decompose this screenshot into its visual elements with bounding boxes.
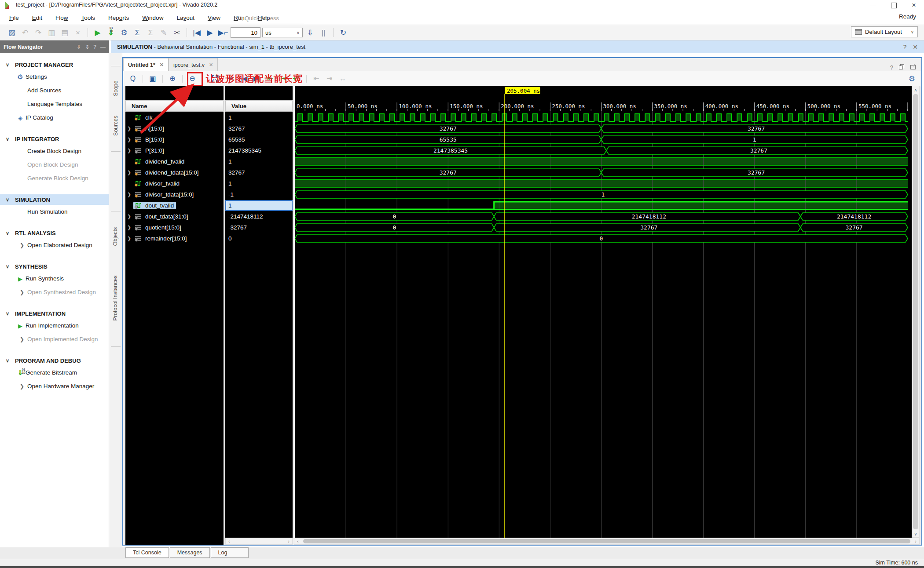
flow-item-settings[interactable]: ⚙Settings (0, 70, 109, 84)
restart-sim-icon[interactable]: |◀ (191, 27, 202, 38)
collapse-all-icon[interactable]: ⇳ (77, 44, 81, 50)
flow-item-add-sources[interactable]: Add Sources (0, 84, 109, 97)
span-markers-icon[interactable]: ↔ (337, 73, 348, 84)
chevron-right-icon[interactable]: ❯ (17, 336, 27, 342)
name-column-header[interactable]: Name (125, 100, 224, 112)
expand-signal-icon[interactable]: ❯ (125, 126, 133, 131)
signal-value-row[interactable]: 0 (225, 233, 293, 244)
menu-item-window[interactable]: Window (136, 15, 170, 21)
expand-signal-icon[interactable]: ❯ (125, 148, 133, 153)
flow-item-ip-catalog[interactable]: ◈IP Catalog (0, 111, 109, 124)
signal-value-row[interactable]: 2147385345 (225, 145, 293, 156)
menu-item-tools[interactable]: Tools (75, 15, 102, 21)
signal-name-row[interactable]: ❯divisor_tdata[15:0] (125, 189, 224, 200)
bottom-tab-tcl-console[interactable]: Tcl Console (125, 547, 169, 558)
signal-value-row[interactable]: -2147418112 (225, 211, 293, 222)
flow-item-language-templates[interactable]: Language Templates (0, 97, 109, 111)
menu-item-layout[interactable]: Layout (170, 15, 201, 21)
wave-tab-untitled-1-[interactable]: Untitled 1*✕ (123, 58, 169, 71)
help-icon[interactable]: ? (93, 44, 96, 50)
close-tab-icon[interactable]: ✕ (160, 62, 164, 68)
chevron-expanded-icon[interactable]: ∨ (0, 62, 15, 68)
close-button[interactable]: × (904, 0, 924, 11)
scroll-left-icon[interactable]: ‹ (226, 538, 233, 544)
signal-name-row[interactable]: ❯quotient[15:0] (125, 222, 224, 233)
flow-item-run-synthesis[interactable]: ▶Run Synthesis (0, 272, 109, 285)
find-icon[interactable]: Q (128, 73, 138, 84)
chevron-right-icon[interactable]: ❯ (17, 289, 27, 295)
side-tab-objects[interactable]: Objects (109, 218, 122, 255)
menu-item-view[interactable]: View (201, 15, 227, 21)
chevron-right-icon[interactable]: ❯ (17, 383, 27, 390)
signal-name-row[interactable]: divisor_tvalid (125, 178, 224, 189)
flow-item-open-hardware-manager[interactable]: ❯Open Hardware Manager (0, 379, 109, 393)
signal-value-row[interactable]: 1 (225, 112, 293, 123)
bottom-tab-log[interactable]: Log (211, 547, 249, 558)
run-for-time-icon[interactable]: ▶⌐ (217, 27, 229, 38)
waveform-view[interactable]: 32767-327676553512147385345-3276732767-3… (295, 86, 912, 538)
flow-item-run-implementation[interactable]: ▶Run Implementation (0, 319, 109, 332)
signal-value-row[interactable]: 65535 (225, 134, 293, 145)
signal-name-row[interactable]: dividend_tvalid (125, 156, 224, 167)
signal-value-row[interactable]: 1 (225, 178, 293, 189)
flow-section-rtl-analysis[interactable]: ∨RTL ANALYSIS (0, 228, 109, 238)
signal-value-row[interactable]: -1 (225, 189, 293, 200)
signal-value-row[interactable]: -32767 (225, 222, 293, 233)
wave-settings-gear-icon[interactable]: ⚙ (909, 74, 915, 84)
generate-bitstream-toolbar-icon[interactable]: ⇓0110 (105, 27, 117, 38)
copy-icon[interactable]: ▥ (46, 27, 57, 38)
vertical-scroll-thumb[interactable] (913, 94, 918, 529)
report-sum-icon[interactable]: Σ (132, 27, 143, 38)
chevron-expanded-icon[interactable]: ∨ (0, 230, 15, 236)
float-panel-icon[interactable] (898, 64, 905, 71)
waveform-svg[interactable]: 32767-327676553512147385345-3276732767-3… (295, 86, 912, 538)
flow-section-ip-integrator[interactable]: ∨IP INTEGRATOR (0, 134, 109, 144)
signal-name-row[interactable]: ❯P[31:0] (125, 145, 224, 156)
scroll-up-icon[interactable]: ∧ (912, 86, 919, 93)
pause-icon[interactable]: || (318, 27, 329, 38)
signal-name-row[interactable]: ❯B[15:0] (125, 134, 224, 145)
expand-signal-icon[interactable]: ❯ (125, 192, 133, 197)
run-simulation-icon[interactable]: ▶ (92, 27, 103, 38)
scroll-right-icon[interactable]: › (912, 538, 919, 544)
step-icon[interactable]: ⇩ (304, 27, 316, 38)
flow-section-simulation[interactable]: ∨SIMULATION (0, 194, 109, 205)
previous-marker-icon[interactable]: ⇤ (311, 73, 322, 84)
scroll-right-icon[interactable]: › (285, 538, 292, 544)
chevron-expanded-icon[interactable]: ∨ (0, 197, 15, 203)
relaunch-icon[interactable]: ↻ (337, 27, 349, 38)
side-tab-sources[interactable]: Sources (109, 106, 122, 146)
zoom-in-icon[interactable]: ⊕ (167, 73, 178, 84)
undo-icon[interactable]: ↶ (19, 27, 31, 38)
menu-item-file[interactable]: File (3, 15, 26, 21)
flow-section-project-manager[interactable]: ∨PROJECT MANAGER (0, 59, 109, 70)
maximize-button[interactable] (884, 0, 904, 11)
run-time-input[interactable] (231, 27, 260, 38)
flow-section-implementation[interactable]: ∨IMPLEMENTATION (0, 308, 109, 319)
edit-disabled-icon[interactable]: ✎ (158, 27, 169, 38)
wave-horizontal-scrollbar[interactable]: ‹ › (294, 538, 920, 545)
signal-name-row[interactable]: dout_tvalid (125, 200, 224, 211)
quick-access-search[interactable]: Quick Access (238, 13, 304, 23)
expand-all-icon[interactable]: ⇕ (85, 44, 89, 50)
scroll-down-icon[interactable]: ∨ (912, 530, 919, 537)
chevron-expanded-icon[interactable]: ∨ (0, 358, 15, 364)
redo-icon[interactable]: ↷ (33, 27, 44, 38)
signal-value-row[interactable]: 1 (225, 156, 293, 167)
expand-signal-icon[interactable]: ❯ (125, 137, 133, 142)
menu-item-edit[interactable]: Edit (26, 15, 49, 21)
expand-signal-icon[interactable]: ❯ (125, 225, 133, 230)
maximize-panel-icon[interactable] (910, 64, 916, 71)
unlink-icon[interactable]: ✂ (171, 27, 183, 38)
minimize-button[interactable]: — (863, 0, 884, 11)
save-wave-config-icon[interactable]: ▣ (147, 73, 158, 84)
menu-item-reports[interactable]: Reports (102, 15, 136, 21)
expand-signal-icon[interactable]: ❯ (125, 214, 133, 219)
bottom-tab-messages[interactable]: Messages (170, 547, 210, 558)
side-tab-scope[interactable]: Scope (109, 71, 122, 106)
flow-item-open-synthesized-design[interactable]: ❯Open Synthesized Design (0, 285, 109, 299)
flow-section-synthesis[interactable]: ∨SYNTHESIS (0, 261, 109, 272)
paste-icon[interactable]: ▤ (59, 27, 70, 38)
horizontal-scroll-thumb[interactable] (303, 539, 910, 543)
flow-item-open-block-design[interactable]: Open Block Design (0, 158, 109, 171)
